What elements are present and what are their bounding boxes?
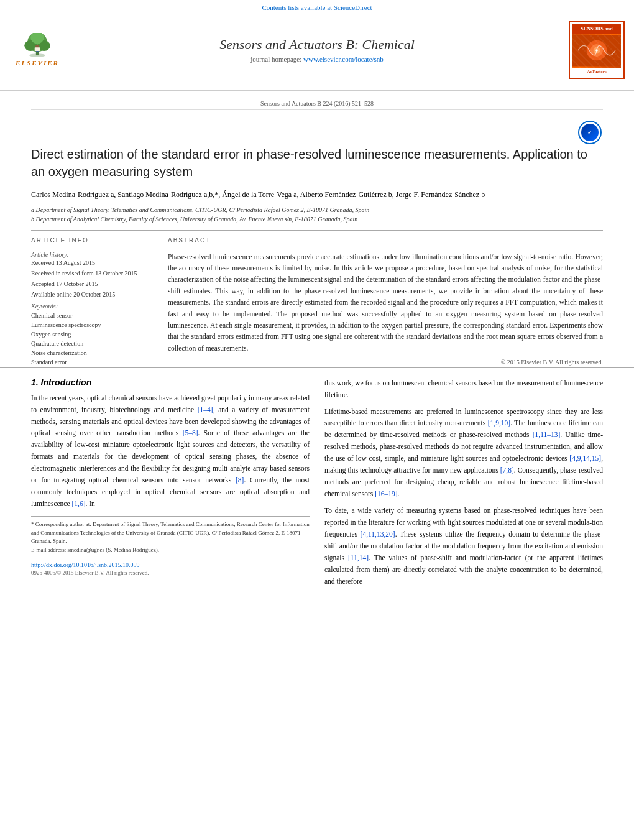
ref-8[interactable]: [8] bbox=[236, 476, 244, 484]
received-revised-date: Received in revised form 13 October 2015 bbox=[31, 270, 155, 277]
homepage-link[interactable]: www.elsevier.com/locate/snb bbox=[303, 55, 384, 63]
journal-main-header: ELSEVIER Sensors and Actuators B: Chemic… bbox=[0, 14, 634, 85]
keyword-2: Luminescence spectroscopy bbox=[31, 320, 155, 330]
journal-title-center: Sensors and Actuators B: Chemical journa… bbox=[71, 37, 563, 63]
footnote-area: * Corresponding author at: Department of… bbox=[31, 516, 310, 554]
page: Contents lists available at ScienceDirec… bbox=[0, 0, 634, 840]
email-who: (S. Medina-Rodríguez). bbox=[106, 547, 159, 553]
svg-point-13 bbox=[595, 49, 598, 52]
history-label: Article history: bbox=[31, 251, 155, 258]
doi-bar: Sensors and Actuators B 224 (2016) 521–5… bbox=[31, 98, 603, 110]
footnote-star: * Corresponding author at: Department of… bbox=[31, 520, 310, 546]
sensors-text: SENSORS bbox=[581, 26, 603, 32]
article-info-column: ARTICLE INFO Article history: Received 1… bbox=[31, 237, 155, 367]
ref-16-19[interactable]: [16–19] bbox=[375, 490, 397, 497]
abstract-heading: ABSTRACT bbox=[168, 237, 603, 246]
keyword-1: Chemical sensor bbox=[31, 311, 155, 320]
article-title: Direct estimation of the standard error … bbox=[31, 145, 603, 180]
authors-text: Carlos Medina-Rodríguez a, Santiago Medi… bbox=[31, 190, 485, 199]
ref-7-8[interactable]: [7,8] bbox=[500, 466, 514, 474]
keyword-6: Standard error bbox=[31, 358, 155, 367]
svg-point-10 bbox=[587, 40, 607, 61]
contents-label: Contents lists available at bbox=[262, 4, 332, 11]
article-info-abstract: ARTICLE INFO Article history: Received 1… bbox=[31, 237, 603, 367]
article-area: Sensors and Actuators B 224 (2016) 521–5… bbox=[0, 91, 634, 366]
svg-point-11 bbox=[590, 44, 603, 57]
journal-header: Contents lists available at ScienceDirec… bbox=[0, 0, 634, 91]
footnote-email: E-mail address: smedina@ugr.es (S. Medin… bbox=[31, 546, 310, 555]
ref-11-14[interactable]: [11,14] bbox=[348, 554, 369, 561]
ref-4-9-14-15[interactable]: [4,9,14,15] bbox=[569, 455, 601, 462]
doi-link[interactable]: http://dx.doi.org/10.1016/j.snb.2015.10.… bbox=[31, 561, 140, 568]
intro-para-3: Lifetime-based measurements are preferre… bbox=[324, 406, 603, 501]
sciencedirect-link[interactable]: ScienceDirect bbox=[334, 4, 372, 11]
email-label: E-mail address: bbox=[31, 547, 66, 553]
sensors-and-text: and bbox=[605, 26, 613, 32]
crossmark-logo: ✓ bbox=[578, 121, 603, 145]
ref-5-8[interactable]: [5–8] bbox=[183, 429, 198, 436]
body-right-column: this work, we focus on luminescent chemi… bbox=[324, 377, 603, 593]
affiliation-b: b Department of Analytical Chemistry, Fa… bbox=[31, 215, 603, 224]
keyword-3: Oxygen sensing bbox=[31, 330, 155, 339]
svg-point-1 bbox=[29, 53, 45, 57]
email-link[interactable]: smedina@ugr.es bbox=[67, 547, 104, 553]
svg-rect-9 bbox=[572, 35, 621, 67]
section-1-heading: 1. Introduction bbox=[31, 377, 310, 387]
journal-homepage: journal homepage: www.elsevier.com/locat… bbox=[71, 55, 563, 63]
elsevier-text: ELSEVIER bbox=[16, 59, 59, 67]
keyword-4: Quadrature detection bbox=[31, 339, 155, 348]
footer-links: http://dx.doi.org/10.1016/j.snb.2015.10.… bbox=[31, 561, 310, 568]
available-date: Available online 20 October 2015 bbox=[31, 291, 155, 298]
keywords-label: Keywords: bbox=[31, 303, 155, 310]
copyright-line: © 2015 Elsevier B.V. All rights reserved… bbox=[168, 359, 603, 366]
divider-line bbox=[31, 230, 603, 231]
footer-copyright: 0925-4005/© 2015 Elsevier B.V. All right… bbox=[31, 570, 310, 576]
crossmark-inner: ✓ bbox=[581, 124, 599, 141]
elsevier-tree-icon bbox=[22, 33, 53, 58]
body-two-columns: 1. Introduction In the recent years, opt… bbox=[31, 377, 603, 593]
article-info-heading: ARTICLE INFO bbox=[31, 237, 155, 246]
ref-1-6[interactable]: [1,6] bbox=[71, 500, 85, 507]
received-date: Received 13 August 2015 bbox=[31, 259, 155, 266]
svg-point-12 bbox=[594, 47, 600, 54]
sensors-logo-header: SENSORS and bbox=[572, 24, 621, 34]
ref-1-9-10[interactable]: [1,9,10] bbox=[488, 419, 510, 427]
sensors-logo-svg bbox=[572, 34, 621, 68]
abstract-column: ABSTRACT Phase-resolved luminescence mea… bbox=[168, 237, 603, 367]
body-content: 1. Introduction In the recent years, opt… bbox=[0, 367, 634, 599]
journal-top-bar: Contents lists available at ScienceDirec… bbox=[0, 0, 634, 14]
elsevier-logo: ELSEVIER bbox=[9, 33, 65, 67]
body-left-column: 1. Introduction In the recent years, opt… bbox=[31, 377, 310, 593]
journal-title: Sensors and Actuators B: Chemical bbox=[71, 37, 563, 53]
authors-line: Carlos Medina-Rodríguez a, Santiago Medi… bbox=[31, 189, 603, 201]
svg-rect-8 bbox=[35, 47, 40, 51]
sensors-actuators-logo: SENSORS and AcTua bbox=[569, 21, 625, 79]
affiliations: a Department of Signal Theory, Telematic… bbox=[31, 205, 603, 224]
homepage-label: journal homepage: bbox=[250, 55, 301, 63]
intro-para-2: this work, we focus on luminescent chemi… bbox=[324, 377, 603, 401]
ref-1-11-13[interactable]: [1,11–13] bbox=[533, 431, 561, 438]
crossmark-circle: ✓ bbox=[578, 121, 602, 144]
accepted-date: Accepted 17 October 2015 bbox=[31, 280, 155, 287]
intro-para-4: To date, a wide variety of measuring sys… bbox=[324, 505, 603, 588]
sensors-actuators-text: AcTuators bbox=[587, 68, 606, 75]
ref-4-11-13-20[interactable]: [4,11,13,20] bbox=[361, 530, 395, 538]
sensors-logo-image bbox=[572, 34, 621, 68]
abstract-text: Phase-resolved luminescence measurements… bbox=[168, 251, 603, 354]
keyword-5: Noise characterization bbox=[31, 348, 155, 358]
intro-para-1: In the recent years, optical chemical se… bbox=[31, 392, 310, 510]
affiliation-a: a Department of Signal Theory, Telematic… bbox=[31, 205, 603, 215]
ref-1-4[interactable]: [1–4] bbox=[198, 406, 213, 413]
